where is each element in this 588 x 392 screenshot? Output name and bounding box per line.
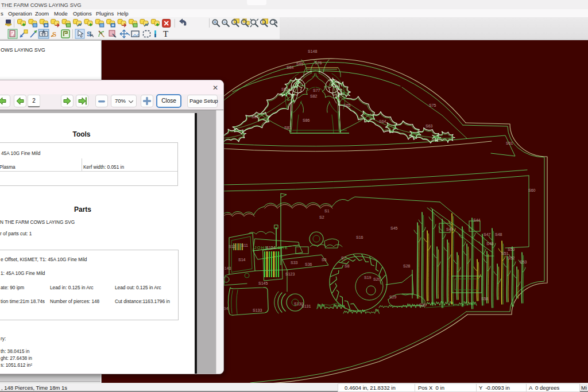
svg-text:S33: S33 bbox=[291, 261, 298, 265]
svg-text:S36: S36 bbox=[305, 262, 312, 266]
svg-text:S85: S85 bbox=[296, 62, 304, 66]
svg-text:S82: S82 bbox=[310, 94, 318, 98]
svg-text:S48: S48 bbox=[495, 232, 502, 236]
svg-text:S8: S8 bbox=[345, 264, 350, 268]
svg-text:S46: S46 bbox=[486, 242, 494, 246]
svg-text:S51: S51 bbox=[501, 251, 509, 255]
svg-text:S7: S7 bbox=[341, 256, 346, 260]
svg-text:S28: S28 bbox=[403, 264, 411, 268]
svg-text:S124: S124 bbox=[266, 246, 275, 250]
svg-text:S29: S29 bbox=[389, 295, 397, 299]
svg-text:S2: S2 bbox=[319, 215, 324, 219]
svg-text:S63: S63 bbox=[425, 124, 433, 128]
svg-text:S83: S83 bbox=[281, 87, 289, 91]
svg-text:S81: S81 bbox=[284, 126, 292, 130]
svg-text:S75: S75 bbox=[429, 103, 436, 107]
svg-text:S58: S58 bbox=[481, 297, 489, 301]
svg-text:S77: S77 bbox=[313, 88, 320, 92]
svg-text:S148: S148 bbox=[308, 49, 317, 53]
svg-text:S19: S19 bbox=[364, 275, 372, 280]
svg-text:S64: S64 bbox=[379, 119, 386, 123]
svg-text:S130: S130 bbox=[294, 302, 303, 306]
svg-text:S76: S76 bbox=[315, 61, 322, 65]
svg-text:S61: S61 bbox=[506, 141, 513, 145]
svg-text:S16: S16 bbox=[356, 235, 363, 239]
svg-text:S53: S53 bbox=[520, 260, 527, 264]
svg-text:S12: S12 bbox=[229, 244, 236, 249]
svg-text:S52: S52 bbox=[508, 256, 515, 260]
svg-text:S: S bbox=[52, 30, 56, 38]
svg-text:S: S bbox=[87, 30, 91, 37]
svg-text:S60: S60 bbox=[528, 188, 536, 192]
svg-text:S20: S20 bbox=[373, 277, 381, 281]
svg-text:T: T bbox=[163, 29, 168, 38]
svg-text:S5: S5 bbox=[322, 258, 327, 262]
svg-text:S87: S87 bbox=[252, 115, 259, 119]
svg-text:S84: S84 bbox=[287, 65, 294, 69]
svg-text:S133: S133 bbox=[253, 308, 262, 312]
svg-text:S145: S145 bbox=[258, 281, 268, 285]
svg-text:S47: S47 bbox=[483, 232, 491, 236]
svg-text:S50: S50 bbox=[508, 247, 515, 251]
svg-text:S1: S1 bbox=[324, 209, 330, 213]
svg-text:S14: S14 bbox=[238, 258, 246, 262]
svg-text:S11: S11 bbox=[241, 243, 248, 247]
svg-text:S86: S86 bbox=[303, 118, 310, 122]
svg-text:S123: S123 bbox=[285, 272, 295, 276]
svg-text:S49: S49 bbox=[446, 227, 454, 231]
svg-text:S65: S65 bbox=[343, 103, 351, 107]
svg-text:S44: S44 bbox=[473, 218, 481, 222]
svg-text:S30: S30 bbox=[419, 303, 427, 307]
svg-text:S45: S45 bbox=[390, 226, 398, 230]
